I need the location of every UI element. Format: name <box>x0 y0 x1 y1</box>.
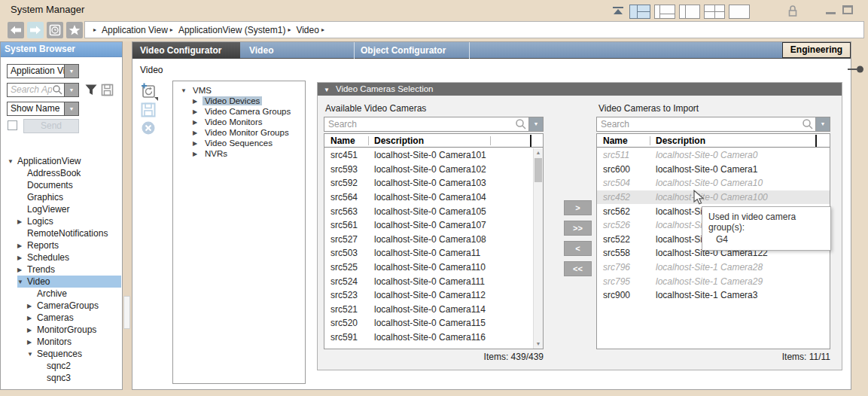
transfer-move-all-right[interactable]: >> <box>564 221 592 236</box>
breadcrumb-item-video[interactable]: ▸ Video <box>285 25 319 35</box>
available-row-src564[interactable]: src564 localhost-Site-0 Camera104 <box>324 190 532 205</box>
available-row-src451[interactable]: src451 localhost-Site-0 Camera101 <box>324 148 532 163</box>
available-row-src591[interactable]: src591 localhost-Site-0 Camera116 <box>324 331 532 345</box>
scroll-up-icon[interactable]: ▲ <box>534 150 543 155</box>
vms-item-video-monitor-groups[interactable]: ▶ Video Monitor Groups <box>193 127 305 138</box>
save-filter-icon[interactable] <box>101 84 114 96</box>
layout-preset-4-button[interactable] <box>704 5 725 19</box>
available-row-src520[interactable]: src520 localhost-Site-0 Camera115 <box>324 316 532 331</box>
available-row-src525[interactable]: src525 localhost-Site-0 Camera110 <box>324 260 532 275</box>
tree-expander-icon[interactable]: ▶ <box>193 151 203 157</box>
transfer-move-right[interactable]: > <box>564 200 592 215</box>
sidebar-item-addressbook[interactable]: AddressBook <box>17 167 121 179</box>
import-row-src900[interactable]: src900 localhost-Site-1 Camera3 <box>597 288 830 303</box>
tree-expander-icon[interactable]: ▶ <box>17 267 27 273</box>
scrollbar-thumb[interactable] <box>535 158 542 182</box>
favorites-button[interactable] <box>66 22 83 38</box>
available-row-src527[interactable]: src527 localhost-Site-0 Camera108 <box>324 233 532 247</box>
layout-preset-2-button[interactable] <box>654 5 675 19</box>
sidebar-item-trends[interactable]: ▶ Trends <box>17 263 121 276</box>
available-row-src593[interactable]: src593 localhost-Site-0 Camera102 <box>324 163 532 177</box>
transfer-move-all-left[interactable]: << <box>564 261 592 276</box>
selection-panel-header[interactable]: ▼Video Cameras Selection <box>318 83 842 96</box>
tree-expander-icon[interactable]: ▶ <box>193 140 203 147</box>
tree-expander-icon[interactable]: ▶ <box>193 108 203 115</box>
chevron-down-icon[interactable]: ▼ <box>815 117 830 131</box>
tab-video-configurator[interactable]: Video Configurator <box>132 42 240 59</box>
scroll-down-icon[interactable]: ▼ <box>534 341 543 346</box>
available-row-src561[interactable]: src561 localhost-Site-0 Camera107 <box>324 218 532 233</box>
import-row-src511[interactable]: src511 localhost-Site-0 Camera0 <box>597 148 830 163</box>
column-header-name[interactable]: Name <box>330 134 355 148</box>
sidebar-item-monitors[interactable]: ▶ Monitors <box>27 336 121 348</box>
available-row-src521[interactable]: src521 localhost-Site-0 Camera114 <box>324 303 532 317</box>
layout-preset-5-button[interactable] <box>729 5 750 19</box>
import-search-input[interactable]: Search ▼ <box>596 117 830 132</box>
search-input[interactable]: Search Appli ▼ <box>7 83 79 97</box>
send-checkbox[interactable] <box>8 120 17 130</box>
sidebar-item-cameras[interactable]: ▶ Cameras <box>27 312 121 324</box>
maximize-button[interactable] <box>842 5 853 14</box>
sidebar-item-sqnc3[interactable]: sqnc3 <box>37 372 121 384</box>
minimize-button[interactable] <box>826 12 836 14</box>
sidebar-item-documents[interactable]: Documents <box>17 179 121 191</box>
view-selector-dropdown[interactable]: Application Vi ▼ <box>7 64 79 78</box>
import-row-src796[interactable]: src796 localhost-Site-1 Camera28 <box>597 260 830 275</box>
new-object-button[interactable] <box>141 83 159 104</box>
layout-preset-3-button[interactable] <box>679 5 700 19</box>
tree-expander-icon[interactable]: ▼ <box>8 158 17 165</box>
collapse-section-icon[interactable]: ▼ <box>324 87 330 93</box>
sidebar-item-video[interactable]: ▼ Video <box>17 276 121 288</box>
sidebar-item-reports[interactable]: ▶ Reports <box>17 239 121 251</box>
vms-item-nvrs[interactable]: ▶ NVRs <box>193 148 305 159</box>
breadcrumb-item-application-view[interactable]: ▸ Application View <box>91 25 168 35</box>
available-search-input[interactable]: Search ▼ <box>324 117 544 132</box>
chevron-down-icon[interactable]: ▼ <box>64 102 78 115</box>
breadcrumb-item-applicationview-system1[interactable]: ▸ ApplicationView (System1) <box>168 25 286 35</box>
tree-expander-icon[interactable]: ▶ <box>193 98 203 105</box>
chevron-down-icon[interactable]: ▼ <box>64 65 78 78</box>
tree-expander-icon[interactable]: ▶ <box>27 339 37 346</box>
tree-expander-icon[interactable]: ▶ <box>27 315 37 321</box>
splitter-handle[interactable] <box>123 296 130 329</box>
sidebar-item-archive[interactable]: Archive <box>27 288 121 300</box>
tree-expander-icon[interactable]: ▶ <box>193 129 203 136</box>
tree-expander-icon[interactable]: ▶ <box>27 303 37 309</box>
layout-preset-1-button[interactable] <box>629 5 650 19</box>
save-button[interactable] <box>141 102 156 120</box>
column-header-description[interactable]: Description <box>656 134 705 148</box>
sidebar-item-graphics[interactable]: Graphics <box>17 191 121 203</box>
vms-item-video-camera-groups[interactable]: ▶ Video Camera Groups <box>193 106 305 117</box>
lock-icon[interactable] <box>787 5 798 17</box>
import-row-src795[interactable]: src795 localhost-Site-1 Camera29 <box>597 274 830 288</box>
filter-icon[interactable] <box>84 84 98 96</box>
vms-item-video-monitors[interactable]: ▶ Video Monitors <box>193 117 305 127</box>
tree-expander-icon[interactable]: ▼ <box>17 279 27 285</box>
back-button[interactable] <box>8 22 24 38</box>
chevron-down-icon[interactable]: ▼ <box>64 84 78 96</box>
import-row-src504[interactable]: src504 localhost-Site-0 Camera10 <box>597 176 830 190</box>
sidebar-item-applicationview[interactable]: ▼ ApplicationView <box>8 155 121 167</box>
available-row-src503[interactable]: src503 localhost-Site-0 Camera11 <box>324 246 532 260</box>
sidebar-item-logics[interactable]: ▶ Logics <box>17 215 121 227</box>
sidebar-item-sqnc2[interactable]: sqnc2 <box>37 360 121 372</box>
chevron-down-icon[interactable]: ▼ <box>528 117 543 131</box>
import-row-src452[interactable]: src452 localhost-Site-0 Camera100 <box>597 190 830 205</box>
forward-button[interactable] <box>27 22 44 38</box>
tree-expander-icon[interactable]: ▶ <box>27 327 37 334</box>
tab-object-configurator[interactable]: Object Configurator <box>355 42 470 59</box>
available-row-src592[interactable]: src592 localhost-Site-0 Camera103 <box>324 176 532 190</box>
vms-item-vms[interactable]: ▼ VMS <box>181 85 305 96</box>
available-row-src523[interactable]: src523 localhost-Site-0 Camera112 <box>324 288 532 303</box>
vms-item-video-sequences[interactable]: ▶ Video Sequences <box>193 138 305 148</box>
tree-expander-icon[interactable]: ▶ <box>193 119 203 126</box>
sidebar-item-logviewer[interactable]: LogViewer <box>17 203 121 215</box>
column-header-name[interactable]: Name <box>603 134 628 148</box>
collapse-panes-icon[interactable] <box>611 5 625 15</box>
available-row-src563[interactable]: src563 localhost-Site-0 Camera105 <box>324 204 532 218</box>
tree-expander-icon[interactable]: ▶ <box>17 254 27 261</box>
history-button[interactable] <box>47 22 63 38</box>
send-button[interactable]: Send <box>23 119 79 133</box>
transfer-move-left[interactable]: < <box>564 241 592 256</box>
sidebar-item-cameragroups[interactable]: ▶ CameraGroups <box>27 300 121 312</box>
